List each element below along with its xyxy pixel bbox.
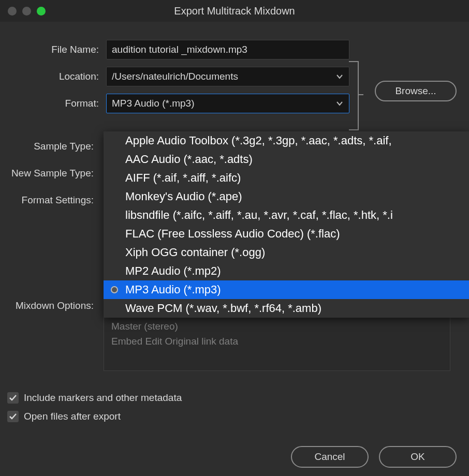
checkbox-label-include: Include markers and other metadata (24, 392, 182, 404)
label-format-settings: Format Settings: (0, 195, 94, 206)
checkbox-icon-checked (7, 411, 19, 422)
group-bracket (349, 59, 364, 132)
cancel-label: Cancel (314, 451, 345, 463)
label-new-sample-type: New Sample Type: (0, 168, 94, 179)
location-select[interactable]: /Users/nateulrich/Documents (106, 67, 349, 86)
format-option-label: Monkey's Audio (*.ape) (125, 190, 242, 203)
traffic-lights (0, 7, 46, 16)
format-option[interactable]: Wave PCM (*.wav, *.bwf, *.rf64, *.amb) (104, 299, 469, 318)
browse-button[interactable]: Browse... (375, 81, 457, 101)
format-option[interactable]: MP3 Audio (*.mp3) (104, 280, 469, 299)
file-name-value: audition tutorial _mixdown.mp3 (112, 44, 247, 55)
checkbox-open-files[interactable]: Open files after export (7, 411, 182, 422)
checkbox-icon-checked (7, 392, 19, 404)
buttons-bar: Cancel OK (0, 446, 469, 468)
minimize-window-button[interactable] (22, 7, 31, 16)
browse-label: Browse... (395, 85, 436, 97)
window-title: Export Multitrack Mixdown (0, 5, 469, 17)
chevron-down-icon (335, 99, 344, 108)
dialog-body: File Name: audition tutorial _mixdown.mp… (0, 22, 469, 476)
checkbox-include-markers[interactable]: Include markers and other metadata (7, 392, 182, 404)
format-select[interactable]: MP3 Audio (*.mp3) (106, 94, 349, 113)
ok-button[interactable]: OK (379, 446, 457, 468)
file-name-input[interactable]: audition tutorial _mixdown.mp3 (106, 40, 349, 60)
mixdown-line-master: Master (stereo) (111, 319, 443, 334)
format-option-label: AAC Audio (*.aac, *.adts) (125, 153, 253, 166)
label-location: Location: (5, 71, 106, 82)
format-option-label: Wave PCM (*.wav, *.bwf, *.rf64, *.amb) (125, 302, 321, 315)
format-option[interactable]: MP2 Audio (*.mp2) (104, 262, 469, 280)
format-option-label: FLAC (Free Lossless Audio Codec) (*.flac… (125, 227, 340, 241)
format-option[interactable]: Apple Audio Toolbox (*.3g2, *.3gp, *.aac… (104, 131, 469, 150)
format-value: MP3 Audio (*.mp3) (112, 98, 194, 109)
close-window-button[interactable] (8, 7, 17, 16)
label-mixdown-options: Mixdown Options: (0, 300, 101, 311)
format-dropdown-panel[interactable]: Apple Audio Toolbox (*.3g2, *.3gp, *.aac… (104, 131, 469, 318)
format-option-label: Apple Audio Toolbox (*.3g2, *.3gp, *.aac… (125, 134, 392, 147)
titlebar: Export Multitrack Mixdown (0, 0, 469, 22)
cancel-button[interactable]: Cancel (291, 446, 369, 468)
label-format: Format: (5, 98, 106, 109)
format-option[interactable]: Xiph OGG container (*.ogg) (104, 243, 469, 262)
format-option-label: MP2 Audio (*.mp2) (125, 264, 221, 278)
format-option[interactable]: FLAC (Free Lossless Audio Codec) (*.flac… (104, 225, 469, 243)
form-area: File Name: audition tutorial _mixdown.mp… (5, 32, 464, 117)
radio-selected-icon (111, 286, 118, 293)
format-option[interactable]: libsndfile (*.aifc, *.aiff, *.au, *.avr,… (104, 206, 469, 225)
checkbox-group: Include markers and other metadata Open … (7, 392, 182, 422)
label-file-name: File Name: (5, 44, 106, 55)
format-option[interactable]: AIFF (*.aif, *.aiff, *.aifc) (104, 169, 469, 187)
label-sample-type: Sample Type: (0, 141, 94, 152)
format-option-label: AIFF (*.aif, *.aiff, *.aifc) (125, 171, 241, 185)
ok-label: OK (411, 451, 424, 463)
maximize-window-button[interactable] (37, 7, 46, 16)
chevron-down-icon (335, 72, 344, 81)
row-file-name: File Name: audition tutorial _mixdown.mp… (5, 36, 464, 63)
format-option[interactable]: AAC Audio (*.aac, *.adts) (104, 150, 469, 169)
mixdown-options-box: Master (stereo) Embed Edit Original link… (104, 314, 450, 371)
format-option-label: Xiph OGG container (*.ogg) (125, 246, 265, 259)
format-option-label: libsndfile (*.aifc, *.aiff, *.au, *.avr,… (125, 209, 393, 222)
location-value: /Users/nateulrich/Documents (112, 71, 238, 82)
hidden-labels: Sample Type: New Sample Type: Format Set… (0, 141, 101, 206)
mixdown-line-embed: Embed Edit Original link data (111, 334, 443, 349)
format-option-label: MP3 Audio (*.mp3) (125, 283, 221, 296)
checkbox-label-open: Open files after export (24, 411, 121, 422)
format-option[interactable]: Monkey's Audio (*.ape) (104, 187, 469, 206)
